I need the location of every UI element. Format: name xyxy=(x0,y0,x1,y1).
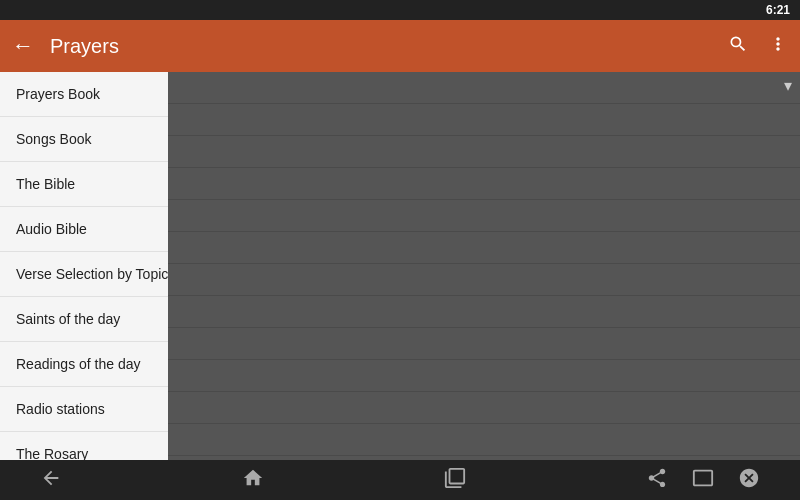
status-bar: 6:21 xyxy=(0,0,800,20)
more-icon[interactable] xyxy=(768,34,788,59)
app-bar-icons xyxy=(728,34,788,59)
status-time: 6:21 xyxy=(766,3,790,17)
app-bar: ← Prayers xyxy=(0,20,800,72)
close-nav-icon[interactable] xyxy=(738,467,760,494)
sidebar-item[interactable]: Verse Selection by Topics xyxy=(0,252,168,297)
main-layout: Prayers BookSongs BookThe BibleAudio Bib… xyxy=(0,72,800,460)
sidebar-item[interactable]: Readings of the day xyxy=(0,342,168,387)
dropdown-arrow: ▾ xyxy=(784,76,792,95)
recents-nav-icon[interactable] xyxy=(444,467,466,494)
sidebar-item[interactable]: Radio stations xyxy=(0,387,168,432)
share-nav-icon[interactable] xyxy=(646,467,668,494)
sidebar-item[interactable]: Saints of the day xyxy=(0,297,168,342)
window-nav-icon[interactable] xyxy=(692,467,714,494)
bottom-right-icons xyxy=(646,467,760,494)
sidebar-item[interactable]: The Rosary xyxy=(0,432,168,460)
content-area: ▾ xyxy=(168,72,800,460)
sidebar-item[interactable]: Audio Bible xyxy=(0,207,168,252)
bottom-bar xyxy=(0,460,800,500)
app-title: Prayers xyxy=(50,35,728,58)
sidebar-item[interactable]: Songs Book xyxy=(0,117,168,162)
home-nav-icon[interactable] xyxy=(242,467,264,494)
search-icon[interactable] xyxy=(728,34,748,59)
back-button[interactable]: ← xyxy=(12,33,34,59)
sidebar-item[interactable]: Prayers Book xyxy=(0,72,168,117)
back-nav-icon[interactable] xyxy=(40,467,62,494)
sidebar: Prayers BookSongs BookThe BibleAudio Bib… xyxy=(0,72,168,460)
sidebar-item[interactable]: The Bible xyxy=(0,162,168,207)
